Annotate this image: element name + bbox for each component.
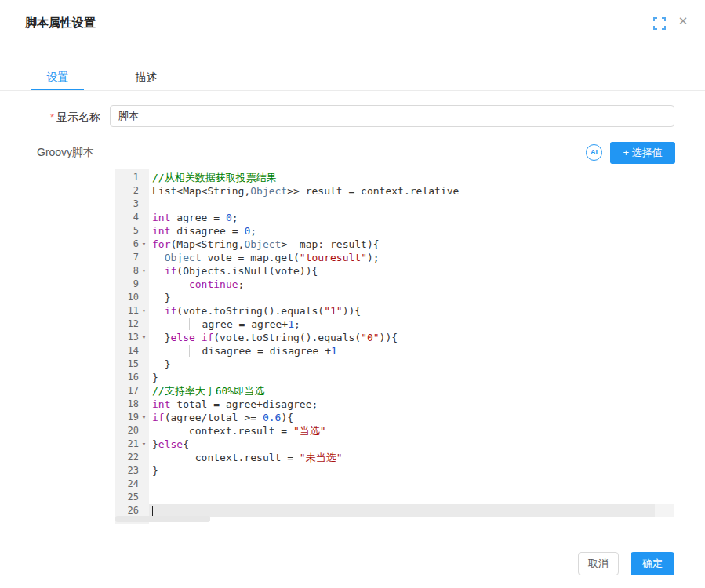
- code-line[interactable]: 22 context.result = "未当选": [115, 451, 676, 464]
- line-number[interactable]: 17: [115, 384, 139, 397]
- code-line[interactable]: 7 Object vote = map.get("touresult");: [115, 251, 676, 264]
- line-number[interactable]: 6: [115, 238, 139, 251]
- line-number[interactable]: 12: [115, 318, 139, 331]
- code-line-text[interactable]: }else if(vote.toString().equals("0")){: [149, 331, 676, 344]
- code-line-text[interactable]: if(vote.toString().equals("1")){: [149, 304, 676, 318]
- code-line[interactable]: 19▾if(agree/total >= 0.6){: [115, 411, 676, 424]
- code-line[interactable]: 10 }: [115, 291, 676, 304]
- fold-icon[interactable]: ▾: [139, 437, 149, 451]
- code-line-text[interactable]: List<Map<String,Object>> result = contex…: [149, 184, 676, 198]
- line-number[interactable]: 24: [115, 477, 139, 491]
- code-line-text[interactable]: agree = agree+1;: [149, 318, 676, 331]
- code-line-text[interactable]: }: [149, 358, 676, 371]
- tab-description[interactable]: 描述: [120, 69, 173, 90]
- code-line-text[interactable]: int total = agree+disagree;: [149, 397, 676, 411]
- tab-bar: 设置 描述: [0, 69, 705, 91]
- line-number[interactable]: 18: [115, 397, 139, 411]
- line-number[interactable]: 8: [115, 264, 139, 278]
- code-line-text[interactable]: int disagree = 0;: [149, 224, 676, 238]
- line-number[interactable]: 1: [115, 171, 139, 184]
- fold-icon[interactable]: ▾: [139, 264, 149, 278]
- line-number[interactable]: 21: [115, 437, 139, 451]
- code-line-text[interactable]: [149, 491, 676, 504]
- fold-icon[interactable]: ▾: [139, 304, 149, 318]
- line-number[interactable]: 10: [115, 291, 139, 304]
- fullscreen-icon[interactable]: [653, 17, 666, 30]
- code-line-text[interactable]: Object vote = map.get("touresult");: [149, 251, 676, 264]
- code-line[interactable]: 16}: [115, 371, 676, 384]
- code-line[interactable]: 9 continue;: [115, 278, 676, 291]
- close-icon[interactable]: ✕: [676, 14, 690, 28]
- code-line[interactable]: 12 agree = agree+1;: [115, 318, 676, 331]
- line-number[interactable]: 23: [115, 464, 139, 477]
- line-number[interactable]: 25: [115, 491, 139, 504]
- code-line-text[interactable]: if(Objects.isNull(vote)){: [149, 264, 676, 278]
- line-number[interactable]: 7: [115, 251, 139, 264]
- code-line[interactable]: 21▾}else{: [115, 437, 676, 451]
- fold-icon[interactable]: ▾: [139, 238, 149, 251]
- code-line[interactable]: 25: [115, 491, 676, 504]
- code-line-text[interactable]: int agree = 0;: [149, 211, 676, 224]
- code-line[interactable]: 5int disagree = 0;: [115, 224, 676, 238]
- fold-gutter-cell: [139, 424, 149, 437]
- line-number[interactable]: 2: [115, 184, 139, 198]
- code-line[interactable]: 14 disagree = disagree +1: [115, 344, 676, 358]
- line-number[interactable]: 4: [115, 211, 139, 224]
- code-line[interactable]: 1//从相关数据获取投票结果: [115, 171, 676, 184]
- fold-gutter-cell: [139, 477, 149, 491]
- fold-icon[interactable]: ▾: [139, 331, 149, 344]
- line-number[interactable]: 11: [115, 304, 139, 318]
- line-number[interactable]: 22: [115, 451, 139, 464]
- ai-icon[interactable]: AI: [586, 144, 602, 161]
- tab-settings[interactable]: 设置: [31, 69, 84, 90]
- code-line-text[interactable]: if(agree/total >= 0.6){: [149, 411, 676, 424]
- code-line-text[interactable]: context.result = "当选": [149, 424, 676, 437]
- code-line-text[interactable]: [149, 477, 676, 491]
- line-number[interactable]: 19: [115, 411, 139, 424]
- fold-gutter-cell: [139, 291, 149, 304]
- display-name-input[interactable]: [110, 105, 674, 127]
- code-line-text[interactable]: }: [149, 291, 676, 304]
- code-line[interactable]: 18int total = agree+disagree;: [115, 397, 676, 411]
- cancel-button[interactable]: 取消: [578, 552, 619, 575]
- code-editor[interactable]: 1//从相关数据获取投票结果2List<Map<String,Object>> …: [115, 169, 676, 524]
- line-number[interactable]: 26: [115, 504, 139, 517]
- line-number[interactable]: 16: [115, 371, 139, 384]
- code-line-text[interactable]: //从相关数据获取投票结果: [149, 171, 676, 184]
- code-line-text[interactable]: }: [149, 371, 676, 384]
- code-line[interactable]: 20 context.result = "当选": [115, 424, 676, 437]
- code-line-text[interactable]: //支持率大于60%即当选: [149, 384, 676, 397]
- code-line-text[interactable]: }else{: [149, 437, 676, 451]
- line-number[interactable]: 20: [115, 424, 139, 437]
- script-properties-dialog: 脚本属性设置 ✕ 设置 描述 *显示名称 Groovy脚本 AI + 选择值 1…: [0, 0, 705, 588]
- line-number[interactable]: 14: [115, 344, 139, 358]
- code-line[interactable]: 4int agree = 0;: [115, 211, 676, 224]
- code-line[interactable]: 17//支持率大于60%即当选: [115, 384, 676, 397]
- code-line[interactable]: 24: [115, 477, 676, 491]
- line-number[interactable]: 5: [115, 224, 139, 238]
- select-value-button[interactable]: + 选择值: [610, 142, 675, 164]
- code-line-text[interactable]: context.result = "未当选": [149, 451, 676, 464]
- fold-gutter-cell: [139, 278, 149, 291]
- line-number[interactable]: 3: [115, 198, 139, 211]
- code-line[interactable]: 15 }: [115, 358, 676, 371]
- line-number[interactable]: 13: [115, 331, 139, 344]
- code-line[interactable]: 2List<Map<String,Object>> result = conte…: [115, 184, 676, 198]
- code-line-text[interactable]: [149, 198, 676, 211]
- confirm-button[interactable]: 确定: [631, 552, 674, 575]
- code-line[interactable]: 8▾ if(Objects.isNull(vote)){: [115, 264, 676, 278]
- code-line-text[interactable]: }: [149, 464, 676, 477]
- code-line-text[interactable]: [149, 504, 676, 517]
- code-line[interactable]: 13▾ }else if(vote.toString().equals("0")…: [115, 331, 676, 344]
- code-line[interactable]: 3: [115, 198, 676, 211]
- fold-icon[interactable]: ▾: [139, 411, 149, 424]
- code-line-text[interactable]: for(Map<String,Object> map: result){: [149, 238, 676, 251]
- code-line-text[interactable]: disagree = disagree +1: [149, 344, 676, 358]
- code-line[interactable]: 11▾ if(vote.toString().equals("1")){: [115, 304, 676, 318]
- code-line[interactable]: 6▾for(Map<String,Object> map: result){: [115, 238, 676, 251]
- line-number[interactable]: 15: [115, 358, 139, 371]
- code-lines: 1//从相关数据获取投票结果2List<Map<String,Object>> …: [115, 171, 676, 517]
- code-line-text[interactable]: continue;: [149, 278, 676, 291]
- code-line[interactable]: 23}: [115, 464, 676, 477]
- line-number[interactable]: 9: [115, 278, 139, 291]
